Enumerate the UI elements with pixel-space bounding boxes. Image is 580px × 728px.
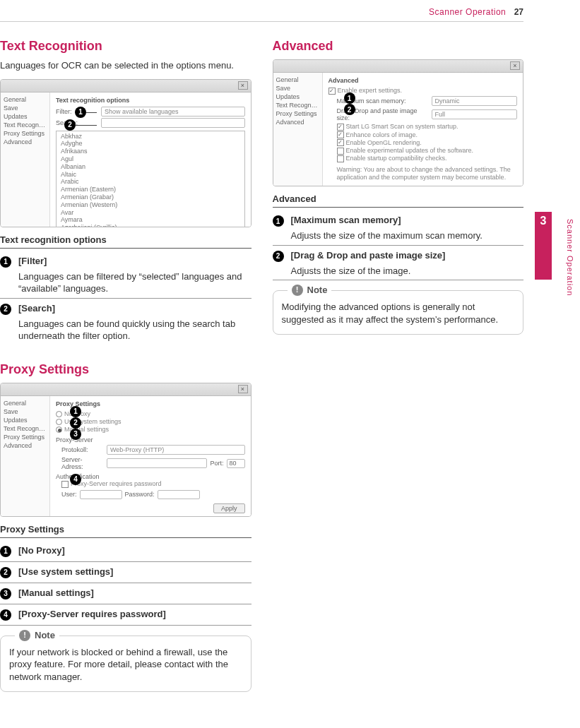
callout-1: 1 bbox=[70, 406, 81, 417]
definition-row: 2 [Drag & Drop and paste image size] bbox=[273, 247, 524, 265]
sidebar-item: Advanced bbox=[2, 138, 48, 146]
rule bbox=[0, 537, 251, 538]
sidebar-item: Save bbox=[2, 104, 48, 112]
rule bbox=[273, 207, 524, 208]
checkbox-icon bbox=[337, 148, 344, 155]
sidebar-item: Proxy Settings bbox=[2, 129, 48, 138]
definition-row: 2[Use system settings] bbox=[0, 563, 251, 581]
adv-item-2-desc: Adjusts the size of the image. bbox=[291, 265, 524, 278]
filter-dropdown: Show available languages bbox=[101, 107, 245, 117]
rule bbox=[0, 298, 251, 299]
server-field bbox=[107, 458, 207, 468]
checkbox-icon bbox=[337, 139, 344, 146]
proxy-note-box: ! Note If your network is blocked or beh… bbox=[0, 635, 251, 693]
sidebar-item: General bbox=[2, 95, 48, 104]
adv-check-3: Enable experimental updates of the softw… bbox=[346, 147, 474, 154]
list-item: Altaic bbox=[61, 171, 240, 179]
proxy-server-title: Proxy-Server bbox=[56, 436, 245, 443]
sidebar-item: Text Recognition bbox=[2, 424, 48, 433]
definition-row: 1 [Maximum scan memory] bbox=[273, 212, 524, 229]
checkbox-icon bbox=[337, 131, 344, 138]
auth-check: Proxy-Server requires password bbox=[71, 480, 162, 487]
list-item: Arabic bbox=[61, 178, 240, 186]
sidebar-item: General bbox=[2, 399, 48, 407]
list-item: Abkhaz bbox=[61, 133, 240, 141]
proxy-subheading: Proxy Settings bbox=[0, 524, 251, 535]
list-item: Afrikaans bbox=[61, 148, 240, 155]
sidebar-item: Proxy Settings bbox=[275, 109, 321, 118]
sidebar-item: Save bbox=[2, 407, 48, 416]
language-list: Abkhaz Adyghe Afrikaans Agul Albanian Al… bbox=[56, 131, 245, 227]
port-field: 80 bbox=[227, 459, 245, 468]
note-icon: ! bbox=[19, 630, 30, 641]
adv-warning: Warning: You are about to change the adv… bbox=[337, 166, 518, 182]
close-icon: × bbox=[238, 81, 248, 90]
list-item: Armenian (Western) bbox=[61, 201, 240, 209]
sidebar-item: Updates bbox=[2, 112, 48, 121]
rule bbox=[273, 245, 524, 246]
bullet-1: 1 bbox=[0, 546, 11, 557]
maxmem-dropdown: Dynamic bbox=[432, 96, 518, 106]
advanced-note-box: ! Note Modifying the advanced options is… bbox=[273, 290, 524, 335]
chapter-number: 3 bbox=[535, 212, 552, 227]
adv-check-4: Enable startup compatibility checks. bbox=[346, 155, 447, 162]
callout-2: 2 bbox=[64, 119, 76, 131]
bullet-2: 2 bbox=[0, 567, 11, 578]
adv-item-1-label: [Maximum scan memory] bbox=[291, 215, 401, 225]
rule bbox=[0, 583, 251, 583]
advanced-note-text: Modifying the advanced options is genera… bbox=[282, 302, 499, 325]
advanced-title: Advanced bbox=[273, 39, 524, 54]
bullet-3: 3 bbox=[0, 588, 11, 599]
proxy-title: Proxy Settings bbox=[0, 362, 251, 377]
screenshot-panel-title: Advanced bbox=[329, 77, 518, 84]
note-word: Note bbox=[35, 629, 55, 642]
definition-row: 1 [Filter] bbox=[0, 253, 251, 270]
checkbox-icon bbox=[337, 124, 344, 131]
screenshot-sidebar: General Save Updates Text Recognition Pr… bbox=[1, 396, 50, 517]
sidebar-item: Updates bbox=[275, 93, 321, 101]
window-titlebar: × bbox=[1, 80, 251, 93]
list-item: Adyghe bbox=[61, 140, 240, 148]
callout-4: 4 bbox=[70, 474, 81, 485]
close-icon: × bbox=[510, 61, 520, 70]
proxy-note-text: If your network is blocked or behind a f… bbox=[9, 647, 228, 682]
filter-item-desc: Languages can be filtered by “selected” … bbox=[18, 270, 251, 295]
checkbox-icon bbox=[61, 481, 69, 488]
adv-check-1: Enhance colors of image. bbox=[346, 131, 418, 138]
proxy-item-4: [Proxy-Server requires password] bbox=[18, 609, 251, 619]
text-recognition-title: Text Recognition bbox=[0, 39, 251, 54]
note-label: ! Note bbox=[288, 284, 332, 297]
note-label: ! Note bbox=[15, 629, 59, 642]
user-label: User: bbox=[61, 491, 77, 498]
definition-row: 2 [Search] bbox=[0, 300, 251, 318]
list-item: Armenian (Grabar) bbox=[61, 193, 240, 201]
pass-field bbox=[158, 490, 200, 499]
proxy-item-3: [Manual settings] bbox=[18, 587, 251, 598]
definition-row: 1[No Proxy] bbox=[0, 542, 251, 560]
proxy-item-1: [No Proxy] bbox=[18, 545, 251, 556]
text-recognition-screenshot: × General Save Updates Text Recognition … bbox=[0, 79, 251, 227]
sidebar-item: Updates bbox=[2, 416, 48, 424]
page-header: Scanner Operation 27 bbox=[429, 7, 523, 17]
search-field bbox=[101, 118, 245, 128]
callout-2: 2 bbox=[344, 104, 355, 115]
close-icon: × bbox=[238, 385, 248, 393]
sidebar-item: Save bbox=[275, 84, 321, 93]
header-section: Scanner Operation bbox=[429, 7, 506, 17]
rule bbox=[0, 248, 251, 249]
left-column: Text Recognition Languages for OCR can b… bbox=[0, 39, 251, 714]
note-icon: ! bbox=[292, 285, 303, 296]
header-page-number: 27 bbox=[514, 7, 523, 17]
sidebar-item: Proxy Settings bbox=[2, 433, 48, 441]
callout-1: 1 bbox=[344, 93, 355, 104]
sidebar-item: Advanced bbox=[2, 441, 48, 450]
radio-icon bbox=[56, 426, 62, 433]
rule bbox=[0, 625, 251, 626]
advanced-subheading: Advanced bbox=[273, 193, 524, 204]
screenshot-panel-title: Text recognition options bbox=[56, 97, 245, 104]
list-item: Azerbaijani (Cyrillic) bbox=[61, 224, 240, 227]
adv-item-1-desc: Adjusts the size of the maximum scan mem… bbox=[291, 229, 524, 242]
chapter-tab-label: Scanner Operation bbox=[566, 219, 574, 296]
radio-icon bbox=[56, 419, 62, 425]
rule bbox=[0, 604, 251, 604]
